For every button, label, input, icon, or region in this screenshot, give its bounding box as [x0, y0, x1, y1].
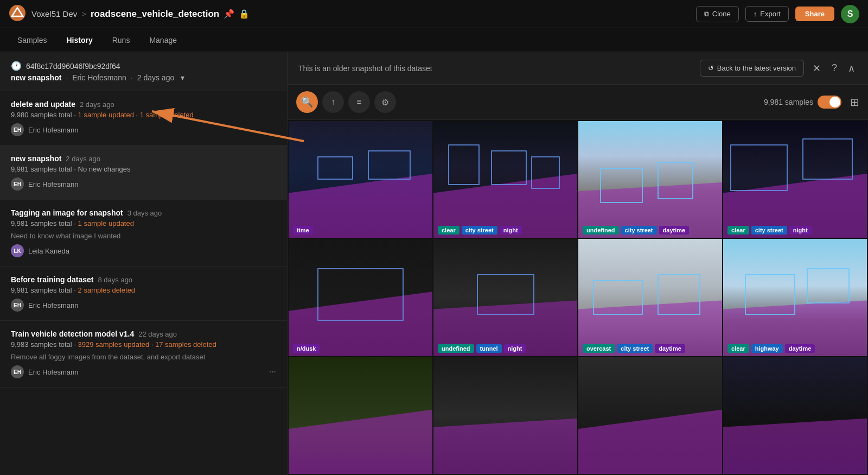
history-item-title: Train vehicle detection model v1.4: [11, 330, 134, 338]
grid-cell-2[interactable]: clear city street night: [433, 121, 577, 238]
grid-cell-11[interactable]: [578, 357, 722, 474]
history-item-header: new snapshot 2 days ago: [11, 154, 276, 163]
author-name: Eric Hofesmann: [28, 180, 78, 188]
tag-city-street: city street: [751, 226, 787, 235]
grid-cell-5[interactable]: n/dusk: [289, 239, 432, 356]
sort-button[interactable]: ↑: [322, 91, 344, 113]
search-button[interactable]: 🔍: [296, 91, 318, 113]
export-button[interactable]: ↑ Export: [745, 6, 789, 22]
grid-cell-7[interactable]: overcast city street daytime: [578, 239, 722, 356]
grid-cell-6[interactable]: undefined tunnel night: [433, 239, 577, 356]
more-options-button[interactable]: ···: [269, 367, 276, 377]
back-to-latest-button[interactable]: ↺ Back to the latest version: [700, 60, 804, 77]
history-item-header: delete and update 2 days ago: [11, 100, 276, 109]
filter-button[interactable]: ≡: [348, 91, 370, 113]
tag-daytime: daytime: [785, 344, 815, 353]
search-icon: 🔍: [301, 96, 313, 108]
history-item-title: new snapshot: [11, 154, 61, 163]
tag-clear: clear: [727, 226, 749, 235]
tag-city-street: city street: [462, 226, 497, 235]
logo: [9, 4, 26, 23]
history-item-new-snapshot[interactable]: new snapshot 2 days ago 9,981 samples to…: [0, 145, 287, 200]
deleted-count: 2 samples deleted: [78, 286, 136, 294]
history-item-stats: 9,981 samples total · 1 sample updated: [11, 219, 276, 227]
history-item-stats: 9,983 samples total · 3929 samples updat…: [11, 340, 276, 349]
pin-icon: 📌: [224, 9, 234, 19]
clone-button[interactable]: ⧉ Clone: [696, 6, 739, 22]
history-item-stats: 9,980 samples total · 1 sample updated ·…: [11, 111, 276, 119]
history-item-header: Tagging an image for snapshot 3 days ago: [11, 208, 276, 217]
grid-cell-10[interactable]: [433, 357, 577, 474]
grid-cell-9[interactable]: [289, 357, 432, 474]
tab-manage[interactable]: Manage: [141, 31, 186, 49]
grid-cell-1[interactable]: time: [289, 121, 432, 238]
grid-cell-4[interactable]: clear city street night: [723, 121, 867, 238]
author-avatar: EH: [11, 365, 24, 378]
author-name: Leila Kaneda: [28, 247, 69, 255]
snapshot-hash: 64f8c17dd96046f9bc92df64: [26, 62, 120, 71]
history-item-time: 8 days ago: [98, 276, 132, 284]
grid-view-icon[interactable]: ⊞: [850, 96, 859, 109]
tag-undefined: undefined: [583, 226, 619, 235]
settings-button[interactable]: ⚙: [374, 91, 396, 113]
author-name: Eric Hofesmann: [28, 368, 78, 376]
grid-cell-12[interactable]: [723, 357, 867, 474]
history-item-stats: 9,981 samples total · No new changes: [11, 165, 276, 173]
history-item-time: 2 days ago: [66, 155, 100, 163]
org-name[interactable]: Voxel51 Dev: [31, 9, 77, 18]
history-item-author: EH Eric Hofesmann: [11, 178, 276, 191]
collapse-button[interactable]: ∧: [846, 60, 857, 77]
back-label: Back to the latest version: [717, 64, 796, 72]
avatar[interactable]: S: [841, 5, 859, 23]
history-item-author: EH Eric Hofesmann: [11, 299, 276, 312]
tag-clear: clear: [727, 344, 749, 353]
tag-time: time: [293, 226, 313, 235]
updated-count: 1 sample updated: [78, 111, 134, 119]
tab-runs[interactable]: Runs: [104, 31, 139, 49]
author-avatar: LK: [11, 244, 24, 257]
tab-samples[interactable]: Samples: [9, 31, 55, 49]
share-button[interactable]: Share: [795, 7, 834, 21]
history-item-desc: Remove all foggy images from the dataset…: [11, 353, 276, 361]
history-item-delete-update[interactable]: delete and update 2 days ago 9,980 sampl…: [0, 91, 287, 145]
toggle-thumb: [829, 97, 840, 107]
view-toggle[interactable]: [818, 96, 841, 109]
refresh-icon: ↺: [708, 64, 714, 72]
snapshot-hash-row: 🕐 64f8c17dd96046f9bc92df64: [11, 61, 276, 71]
history-item-before-training[interactable]: Before training dataset 8 days ago 9,981…: [0, 267, 287, 321]
updated-count: 1 sample updated: [78, 219, 134, 227]
project-name[interactable]: roadscene_vehicle_detection: [91, 9, 219, 20]
history-item-title: Before training dataset: [11, 275, 93, 284]
grid-cell-8[interactable]: clear highway daytime: [723, 239, 867, 356]
tag-night: night: [500, 226, 522, 235]
snapshot-author: Eric Hofesmann: [72, 73, 126, 82]
image-grid: time clear city street night: [288, 120, 868, 475]
history-item-author: EH Eric Hofesmann: [11, 123, 276, 136]
topbar-actions: ⧉ Clone ↑ Export Share S: [696, 5, 859, 23]
history-item-train-model[interactable]: Train vehicle detection model v1.4 22 da…: [0, 321, 287, 388]
nav-tabs: Samples History Runs Manage: [0, 28, 868, 52]
snapshot-time: 2 days ago: [137, 73, 175, 82]
main-content: 🕐 64f8c17dd96046f9bc92df64 new snapshot …: [0, 52, 868, 475]
updated-count: 3929 samples updated: [78, 340, 150, 349]
tag-clear: clear: [438, 226, 459, 235]
tag-daytime: daytime: [659, 226, 690, 235]
author-avatar: EH: [11, 178, 24, 191]
grid-cell-3[interactable]: undefined city street daytime: [578, 121, 722, 238]
snapshot-header: 🕐 64f8c17dd96046f9bc92df64 new snapshot …: [0, 52, 287, 91]
filter-icon: ≡: [356, 97, 361, 107]
tag-night: night: [504, 344, 526, 353]
history-item-tagging[interactable]: Tagging an image for snapshot 3 days ago…: [0, 200, 287, 267]
tag-city-street: city street: [617, 344, 653, 353]
banner-text: This is an older snapshot of this datase…: [298, 64, 432, 73]
close-banner-button[interactable]: ✕: [810, 60, 823, 77]
history-item-title: delete and update: [11, 100, 75, 109]
dropdown-chevron[interactable]: ▾: [181, 73, 184, 82]
right-panel: This is an older snapshot of this datase…: [288, 52, 868, 475]
tab-history[interactable]: History: [58, 31, 101, 49]
history-item-time: 2 days ago: [80, 100, 114, 109]
clock-icon: 🕐: [11, 61, 22, 71]
history-list: delete and update 2 days ago 9,980 sampl…: [0, 91, 287, 388]
tag-night: night: [789, 226, 812, 235]
help-button[interactable]: ?: [829, 60, 839, 76]
